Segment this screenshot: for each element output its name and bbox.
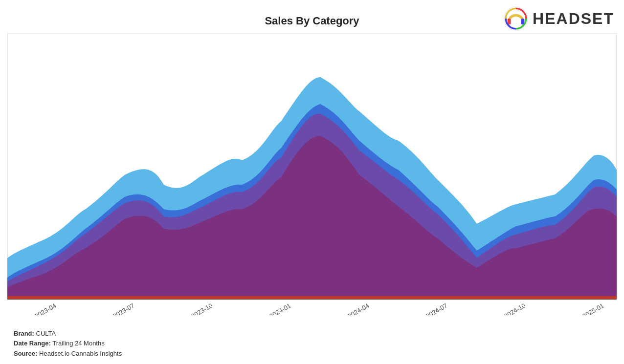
date-value: Trailing 24 Months (52, 340, 104, 347)
xaxis-label-4: 2024-01 (268, 302, 292, 315)
chart-svg: 2023-04 2023-07 2023-10 2024-01 2024-04 … (7, 33, 617, 315)
footer-source: Source: Headset.io Cannabis Insights (14, 349, 122, 359)
xaxis-label-1: 2023-04 (33, 302, 57, 315)
footer-daterange: Date Range: Trailing 24 Months (14, 339, 122, 349)
headset-logo-icon (503, 6, 529, 31)
capsules-area (7, 296, 617, 300)
chart-container: HEADSET Sales By Category Capsules Conce… (0, 0, 624, 364)
chart-footer: Brand: CULTA Date Range: Trailing 24 Mon… (14, 329, 122, 359)
xaxis-label-8: 2025-01 (581, 302, 605, 315)
xaxis-label-6: 2024-07 (424, 302, 448, 315)
brand-label: Brand: (14, 330, 34, 337)
source-value: Headset.io Cannabis Insights (39, 350, 122, 357)
chart-area: 2023-04 2023-07 2023-10 2024-01 2024-04 … (7, 33, 617, 315)
brand-value: CULTA (36, 330, 56, 337)
chart-title: Sales By Category (265, 15, 359, 27)
header-logo: HEADSET (503, 6, 614, 31)
xaxis-label-2: 2023-07 (111, 302, 135, 315)
logo-text: HEADSET (533, 10, 614, 28)
xaxis-label-5: 2024-04 (346, 302, 370, 315)
footer-brand: Brand: CULTA (14, 329, 122, 339)
xaxis-label-7: 2024-10 (503, 302, 527, 315)
xaxis-label-3: 2023-10 (190, 302, 214, 315)
svg-point-0 (504, 7, 528, 31)
source-label: Source: (14, 350, 37, 357)
date-label: Date Range: (14, 340, 51, 347)
